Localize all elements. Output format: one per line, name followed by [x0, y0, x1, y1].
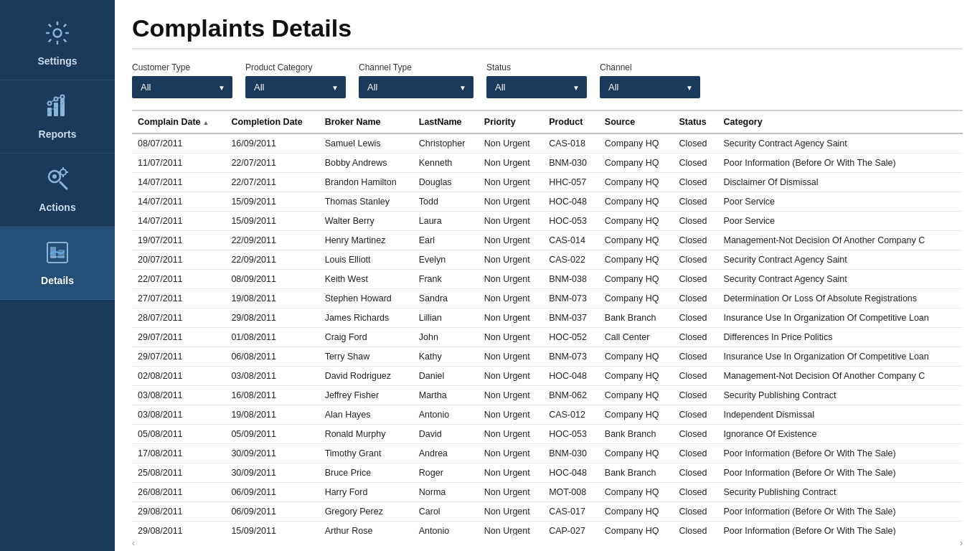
table-cell: Security Contract Agency Saint	[717, 270, 963, 289]
table-cell: Company HQ	[599, 347, 674, 367]
table-cell: Poor Information (Before Or With The Sal…	[717, 502, 963, 522]
table-cell: 29/07/2011	[132, 347, 225, 367]
horizontal-scrollbar[interactable]: ‹ ›	[132, 535, 963, 551]
sidebar-item-details[interactable]: Details	[0, 227, 115, 300]
table-row[interactable]: 14/07/201122/07/2011Brandon HamiltonDoug…	[132, 173, 963, 192]
table-row[interactable]: 26/08/201106/09/2011Harry FordNormaNon U…	[132, 483, 963, 502]
table-cell: Martha	[413, 386, 479, 405]
table-cell: 26/08/2011	[132, 483, 225, 502]
table-row[interactable]: 20/07/201122/09/2011Louis ElliottEvelynN…	[132, 250, 963, 270]
table-cell: Company HQ	[599, 367, 674, 386]
sidebar-item-label-actions: Actions	[39, 202, 75, 213]
table-cell: Antonio	[413, 405, 479, 425]
table-row[interactable]: 02/08/201103/08/2011David RodriguezDanie…	[132, 367, 963, 386]
filter-select-channel-type[interactable]: All	[359, 76, 473, 98]
table-cell: Bruce Price	[319, 463, 413, 483]
table-cell: Christopher	[413, 133, 479, 154]
table-cell: Non Urgent	[479, 192, 543, 212]
table-row[interactable]: 05/08/201105/09/2011Ronald MurphyDavidNo…	[132, 425, 963, 444]
table-row[interactable]: 14/07/201115/09/2011Thomas StanleyToddNo…	[132, 192, 963, 212]
col-broker-name[interactable]: Broker Name	[319, 111, 413, 133]
table-row[interactable]: 25/08/201130/09/2011Bruce PriceRogerNon …	[132, 463, 963, 483]
table-cell: Kenneth	[413, 154, 479, 173]
sidebar-item-settings[interactable]: Settings	[0, 7, 115, 80]
table-cell: HOC-052	[543, 328, 599, 347]
sidebar: Settings Reports	[0, 0, 115, 551]
table-cell: Earl	[413, 231, 479, 250]
table-cell: 22/07/2011	[225, 154, 319, 173]
table-cell: Timothy Grant	[319, 444, 413, 463]
filter-select-customer-type[interactable]: All	[132, 76, 232, 98]
table-cell: Insurance Use In Organization Of Competi…	[717, 347, 963, 367]
table-cell: Samuel Lewis	[319, 133, 413, 154]
table-row[interactable]: 08/07/201116/09/2011Samuel LewisChristop…	[132, 133, 963, 154]
table-row[interactable]: 03/08/201116/08/2011Jeffrey FisherMartha…	[132, 386, 963, 405]
filter-select-status[interactable]: All	[486, 76, 587, 98]
sidebar-item-label-details: Details	[41, 275, 74, 286]
table-cell: Evelyn	[413, 250, 479, 270]
filter-group-status: Status All	[486, 62, 587, 98]
col-status[interactable]: Status	[673, 111, 717, 133]
main-content: Complaints Details Customer Type All Pro…	[115, 0, 980, 551]
table-cell: CAS-022	[543, 250, 599, 270]
table-cell: Ignorance Of Existence	[717, 425, 963, 444]
complaints-table-wrapper[interactable]: Complain Date▲ Completion Date Broker Na…	[132, 110, 963, 535]
table-cell: BNM-037	[543, 309, 599, 328]
col-complain-date[interactable]: Complain Date▲	[132, 111, 225, 133]
table-cell: Non Urgent	[479, 270, 543, 289]
table-cell: Kathy	[413, 347, 479, 367]
svg-point-5	[55, 98, 58, 101]
table-cell: Company HQ	[599, 133, 674, 154]
col-category[interactable]: Category	[717, 111, 963, 133]
table-cell: HOC-048	[543, 463, 599, 483]
filter-select-channel[interactable]: All	[600, 76, 700, 98]
table-row[interactable]: 29/07/201101/08/2011Craig FordJohnNon Ur…	[132, 328, 963, 347]
col-priority[interactable]: Priority	[479, 111, 543, 133]
table-cell: Craig Ford	[319, 328, 413, 347]
table-row[interactable]: 14/07/201115/09/2011Walter BerryLauraNon…	[132, 212, 963, 231]
table-cell: Company HQ	[599, 405, 674, 425]
table-cell: Terry Shaw	[319, 347, 413, 367]
col-source[interactable]: Source	[599, 111, 674, 133]
table-row[interactable]: 27/07/201119/08/2011Stephen HowardSandra…	[132, 289, 963, 309]
table-cell: 15/09/2011	[225, 522, 319, 536]
table-row[interactable]: 22/07/201108/09/2011Keith WestFrankNon U…	[132, 270, 963, 289]
table-cell: Roger	[413, 463, 479, 483]
table-cell: Closed	[673, 270, 717, 289]
table-cell: Closed	[673, 502, 717, 522]
table-cell: HOC-053	[543, 425, 599, 444]
page-title: Complaints Details	[132, 14, 963, 50]
table-row[interactable]: 03/08/201119/08/2011Alan HayesAntonioNon…	[132, 405, 963, 425]
table-cell: Gregory Perez	[319, 502, 413, 522]
table-row[interactable]: 29/07/201106/08/2011Terry ShawKathyNon U…	[132, 347, 963, 367]
table-cell: Closed	[673, 386, 717, 405]
table-cell: Bobby Andrews	[319, 154, 413, 173]
table-row[interactable]: 17/08/201130/09/2011Timothy GrantAndreaN…	[132, 444, 963, 463]
table-cell: HHC-057	[543, 173, 599, 192]
col-product[interactable]: Product	[543, 111, 599, 133]
table-cell: Management-Not Decision Of Another Compa…	[717, 367, 963, 386]
table-cell: Closed	[673, 192, 717, 212]
scroll-left-arrow[interactable]: ‹	[132, 538, 135, 548]
svg-point-6	[61, 95, 65, 99]
table-row[interactable]: 11/07/201122/07/2011Bobby AndrewsKenneth…	[132, 154, 963, 173]
svg-line-9	[60, 182, 67, 189]
svg-rect-2	[54, 103, 58, 116]
table-row[interactable]: 29/08/201115/09/2011Arthur RoseAntonioNo…	[132, 522, 963, 536]
col-lastname[interactable]: LastName	[413, 111, 479, 133]
table-cell: 14/07/2011	[132, 212, 225, 231]
table-cell: Jeffrey Fisher	[319, 386, 413, 405]
table-cell: Differences In Price Politics	[717, 328, 963, 347]
table-row[interactable]: 19/07/201122/09/2011Henry MartinezEarlNo…	[132, 231, 963, 250]
table-row[interactable]: 28/07/201129/08/2011James RichardsLillia…	[132, 309, 963, 328]
filter-group-product-category: Product Category All	[245, 62, 346, 98]
col-completion-date[interactable]: Completion Date	[225, 111, 319, 133]
scroll-right-arrow[interactable]: ›	[960, 538, 963, 548]
table-cell: 22/07/2011	[132, 270, 225, 289]
table-cell: Company HQ	[599, 250, 674, 270]
filter-select-product-category[interactable]: All	[245, 76, 346, 98]
sidebar-item-actions[interactable]: Actions	[0, 154, 115, 227]
table-row[interactable]: 29/08/201106/09/2011Gregory PerezCarolNo…	[132, 502, 963, 522]
sidebar-item-reports[interactable]: Reports	[0, 80, 115, 154]
filter-label-customer-type: Customer Type	[132, 62, 232, 72]
